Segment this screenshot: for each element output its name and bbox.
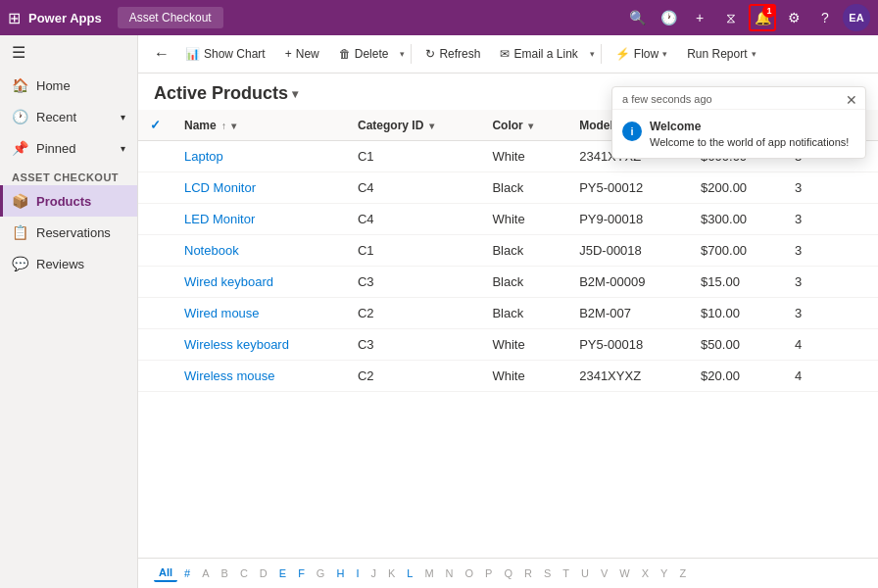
run-report-dropdown-arrow: ▾ — [752, 49, 756, 59]
alpha-nav-item[interactable]: T — [558, 565, 574, 581]
alpha-nav-item[interactable]: R — [519, 565, 537, 581]
sidebar-section-label: Asset Checkout — [0, 164, 137, 185]
sidebar-item-recent[interactable]: 🕐 Recent ▾ — [0, 101, 137, 132]
alpha-nav-item[interactable]: V — [596, 565, 612, 581]
alpha-nav-item[interactable]: A — [197, 565, 214, 581]
alpha-nav-item[interactable]: J — [366, 565, 381, 581]
table-row[interactable]: LCD Monitor C4 Black PY5-00012 $200.00 3 — [138, 172, 878, 204]
row-name[interactable]: LED Monitor — [172, 204, 346, 235]
alpha-nav-item[interactable]: N — [441, 565, 459, 581]
row-checkbox[interactable] — [138, 361, 172, 392]
app-name: Power Apps — [28, 11, 102, 25]
bell-icon[interactable]: 🔔 1 — [749, 4, 776, 31]
avatar[interactable]: EA — [843, 4, 870, 31]
select-all-checkbox[interactable]: ✓ — [150, 118, 161, 132]
row-name[interactable]: Wireless mouse — [172, 361, 346, 392]
page-title-chevron-icon[interactable]: ▾ — [292, 87, 298, 101]
col-color[interactable]: Color ▾ — [480, 110, 567, 141]
email-dropdown-arrow[interactable]: ▾ — [590, 49, 595, 59]
alpha-nav-item[interactable]: U — [576, 565, 594, 581]
back-button[interactable]: ← — [150, 41, 173, 67]
row-name[interactable]: Wireless keyboard — [172, 329, 346, 361]
alpha-nav-item[interactable]: Y — [656, 565, 672, 581]
sidebar-item-reviews[interactable]: 💬 Reviews — [0, 248, 137, 279]
add-icon[interactable]: + — [686, 4, 713, 31]
table-row[interactable]: Wireless mouse C2 White 2341XYXZ $20.00 … — [138, 361, 878, 392]
row-checkbox[interactable] — [138, 298, 172, 329]
table-row[interactable]: LED Monitor C4 White PY9-00018 $300.00 3 — [138, 204, 878, 235]
email-link-button[interactable]: ✉ Email a Link — [492, 43, 585, 65]
new-button[interactable]: + New — [277, 43, 327, 65]
alpha-nav-item[interactable]: B — [217, 565, 233, 581]
table-row[interactable]: Wireless keyboard C3 White PY5-00018 $50… — [138, 329, 878, 361]
row-checkbox[interactable] — [138, 141, 172, 172]
row-name[interactable]: LCD Monitor — [172, 172, 346, 204]
row-rating: 4 — [783, 361, 878, 392]
reviews-icon: 💬 — [12, 256, 28, 271]
alpha-nav-item[interactable]: E — [274, 565, 291, 581]
alpha-nav-item[interactable]: D — [255, 565, 272, 581]
alpha-nav-item[interactable]: L — [402, 565, 417, 581]
alpha-nav-item[interactable]: S — [539, 565, 556, 581]
sidebar-item-pinned[interactable]: 📌 Pinned ▾ — [0, 132, 137, 164]
settings-icon[interactable]: ⚙ — [780, 4, 807, 31]
row-name[interactable]: Wired keyboard — [172, 267, 346, 298]
alpha-nav-item[interactable]: C — [235, 565, 253, 581]
alpha-nav-item[interactable]: Q — [499, 565, 517, 581]
recent-icon[interactable]: 🕐 — [655, 4, 682, 31]
row-checkbox[interactable] — [138, 267, 172, 298]
row-color: White — [480, 204, 567, 235]
row-checkbox[interactable] — [138, 235, 172, 267]
alpha-nav-item[interactable]: Z — [674, 565, 691, 581]
alpha-nav-item[interactable]: P — [480, 565, 497, 581]
row-rating: 3 — [783, 172, 878, 204]
topbar-tab[interactable]: Asset Checkout — [118, 7, 223, 28]
row-price: $50.00 — [689, 329, 783, 361]
row-name[interactable]: Wired mouse — [172, 298, 346, 329]
row-category-id: C2 — [346, 298, 480, 329]
table-row[interactable]: Wired mouse C2 Black B2M-007 $10.00 3 — [138, 298, 878, 329]
flow-button[interactable]: ⚡ Flow ▾ — [608, 43, 675, 65]
search-icon[interactable]: 🔍 — [623, 4, 651, 31]
hamburger-button[interactable]: ☰ — [0, 35, 137, 70]
sidebar-item-products[interactable]: 📦 Products — [0, 185, 137, 217]
row-model-no: PY5-00018 — [567, 329, 689, 361]
alpha-nav-item[interactable]: K — [383, 565, 400, 581]
col-category-id[interactable]: Category ID ▾ — [346, 110, 480, 141]
refresh-button[interactable]: ↻ Refresh — [417, 43, 488, 65]
row-checkbox[interactable] — [138, 329, 172, 361]
grid-icon[interactable]: ⊞ — [8, 9, 21, 27]
alpha-nav-item[interactable]: M — [419, 565, 438, 581]
row-checkbox[interactable] — [138, 172, 172, 204]
table-row[interactable]: Notebook C1 Black J5D-00018 $700.00 3 — [138, 235, 878, 267]
notification-close-button[interactable]: ✕ — [846, 93, 857, 107]
alpha-nav-item[interactable]: I — [351, 565, 364, 581]
row-name[interactable]: Notebook — [172, 235, 346, 267]
table-row[interactable]: Wired keyboard C3 Black B2M-00009 $15.00… — [138, 267, 878, 298]
row-category-id: C3 — [346, 267, 480, 298]
col-name[interactable]: Name ↑ ▾ — [172, 110, 346, 141]
checkbox-header[interactable]: ✓ — [138, 110, 172, 141]
alpha-nav-item[interactable]: X — [637, 565, 654, 581]
alpha-nav-item[interactable]: W — [614, 565, 634, 581]
show-chart-button[interactable]: 📊 Show Chart — [177, 43, 273, 65]
alpha-nav-item[interactable]: O — [461, 565, 479, 581]
notification-content: Welcome Welcome to the world of app noti… — [650, 120, 849, 148]
sidebar-item-reservations[interactable]: 📋 Reservations — [0, 217, 137, 248]
delete-dropdown-arrow[interactable]: ▾ — [400, 49, 405, 59]
row-price: $200.00 — [689, 172, 783, 204]
alpha-nav-item[interactable]: All — [154, 564, 177, 582]
alpha-nav-item[interactable]: # — [179, 565, 195, 581]
alpha-nav-item[interactable]: G — [312, 565, 330, 581]
help-icon[interactable]: ? — [811, 4, 839, 31]
row-color: White — [480, 329, 567, 361]
alpha-nav-item[interactable]: F — [293, 565, 310, 581]
sidebar-item-home[interactable]: 🏠 Home — [0, 70, 137, 101]
filter-icon[interactable]: ⧖ — [717, 4, 745, 31]
alpha-nav-item[interactable]: H — [331, 565, 349, 581]
notification-info-icon: i — [622, 122, 642, 141]
row-name[interactable]: Laptop — [172, 141, 346, 172]
run-report-button[interactable]: Run Report ▾ — [679, 43, 763, 65]
row-checkbox[interactable] — [138, 204, 172, 235]
delete-button[interactable]: 🗑 Delete — [331, 43, 397, 65]
